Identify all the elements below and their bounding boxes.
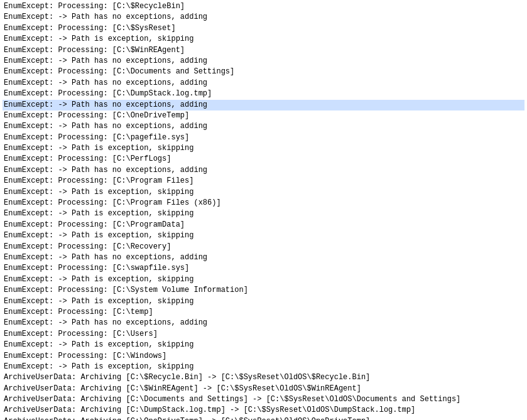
log-line: EnumExcept: -> Path has no exceptions, a… [3,252,524,263]
log-line: EnumExcept: Processing: [C:\Users] [3,329,524,340]
log-line: ArchiveUserData: Archiving [C:\DumpStack… [3,405,524,416]
log-line: EnumExcept: Processing: [C:\Program File… [3,198,524,208]
log-line: EnumExcept: Processing: [C:\DumpStack.lo… [3,89,524,99]
log-line: EnumExcept: -> Path is exception, skippi… [3,296,524,307]
log-line: EnumExcept: -> Path is exception, skippi… [3,274,524,285]
log-line: EnumExcept: -> Path has no exceptions, a… [3,78,524,89]
log-line: EnumExcept: Processing: [C:\$SysReset] [3,23,524,34]
log-line: EnumExcept: Processing: [C:\ProgramData] [3,220,524,230]
log-line: EnumExcept: -> Path is exception, skippi… [3,187,524,198]
log-line: EnumExcept: Processing: [C:\PerfLogs] [3,154,524,164]
log-line: EnumExcept: Processing: [C:\$WinREAgent] [3,45,524,56]
log-line: ArchiveUserData: Archiving [C:\OneDriveT… [3,416,524,420]
log-line: EnumExcept: -> Path has no exceptions, a… [3,121,524,132]
log-line: EnumExcept: -> Path is exception, skippi… [3,208,524,219]
console-output: EnumExcept: Processing: [C:\$RecycleBin]… [0,0,527,420]
log-line: EnumExcept: -> Path has no exceptions, a… [3,12,524,23]
log-line: EnumExcept: Processing: [C:\temp] [3,307,524,318]
log-line: EnumExcept: Processing: [C:\Windows] [3,351,524,362]
log-line: EnumExcept: -> Path has no exceptions, a… [3,318,524,328]
log-line: EnumExcept: -> Path is exception, skippi… [3,362,524,372]
log-line: EnumExcept: Processing: [C:\Documents an… [3,67,524,77]
log-line: EnumExcept: Processing: [C:\Program File… [3,176,524,186]
log-line: EnumExcept: Processing: [C:\Recovery] [3,242,524,252]
log-line: EnumExcept: Processing: [C:\OneDriveTemp… [3,110,524,121]
log-line: EnumExcept: -> Path has no exceptions, a… [3,165,524,176]
log-line: ArchiveUserData: Archiving [C:\$WinREAge… [3,384,524,394]
log-line: EnumExcept: Processing: [C:\pagefile.sys… [3,132,524,143]
log-line: EnumExcept: -> Path is exception, skippi… [3,230,524,241]
log-line: EnumExcept: -> Path is exception, skippi… [3,143,524,154]
log-line: EnumExcept: -> Path is exception, skippi… [3,340,524,350]
log-line: EnumExcept: -> Path has no exceptions, a… [3,100,524,110]
log-line: EnumExcept: Processing: [C:\$RecycleBin] [3,1,524,12]
log-line: EnumExcept: -> Path is exception, skippi… [3,34,524,45]
log-line: ArchiveUserData: Archiving [C:\Documents… [3,394,524,405]
log-line: EnumExcept: Processing: [C:\swapfile.sys… [3,263,524,274]
log-line: EnumExcept: Processing: [C:\System Volum… [3,285,524,296]
log-line: EnumExcept: -> Path has no exceptions, a… [3,56,524,67]
log-line: ArchiveUserData: Archiving [C:\$Recycle.… [3,372,524,383]
